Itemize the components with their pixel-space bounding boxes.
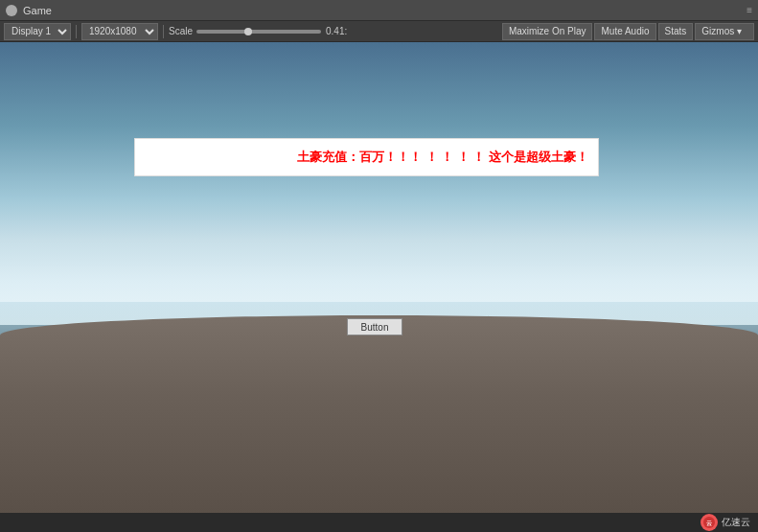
scene-ui-button[interactable]: Button bbox=[347, 318, 402, 335]
toolbar: Display 1 1920x1080 Scale 0.41: Maximize… bbox=[0, 21, 758, 42]
svg-text:云: 云 bbox=[706, 520, 712, 526]
maximize-on-play-button[interactable]: Maximize On Play bbox=[502, 23, 593, 40]
stats-button[interactable]: Stats bbox=[658, 23, 694, 40]
resolution-select[interactable]: 1920x1080 bbox=[81, 23, 158, 40]
ui-text-panel: 土豪充值：百万！！！ ！ ！ ！ ！ 这个是超级土豪！ bbox=[134, 138, 599, 176]
logo-icon: 云 bbox=[701, 514, 718, 531]
mute-audio-button[interactable]: Mute Audio bbox=[594, 23, 655, 40]
divider-1 bbox=[76, 25, 77, 38]
sky-background bbox=[0, 42, 758, 325]
ground-surface bbox=[0, 315, 758, 514]
scale-label: Scale bbox=[169, 26, 193, 36]
bottom-bar: 云 亿速云 bbox=[0, 513, 758, 532]
divider-2 bbox=[163, 25, 164, 38]
logo-text: 亿速云 bbox=[722, 516, 750, 529]
display-select[interactable]: Display 1 bbox=[4, 23, 71, 40]
scale-value: 0.41: bbox=[326, 26, 355, 36]
panel-text-content: 土豪充值：百万！！！ ！ ！ ！ ！ 这个是超级土豪！ bbox=[297, 149, 588, 166]
title-bar: Game ≡ bbox=[0, 0, 758, 21]
window-title: Game bbox=[23, 5, 52, 16]
logo-svg: 云 bbox=[702, 516, 716, 529]
window-icon bbox=[6, 5, 17, 16]
gizmos-button[interactable]: Gizmos ▾ bbox=[695, 23, 754, 40]
collapse-icon[interactable]: ≡ bbox=[747, 5, 752, 15]
game-viewport: 土豪充值：百万！！！ ！ ！ ！ ！ 这个是超级土豪！ Button bbox=[0, 42, 758, 514]
logo-badge: 云 亿速云 bbox=[701, 514, 750, 531]
scale-slider[interactable] bbox=[196, 30, 321, 34]
